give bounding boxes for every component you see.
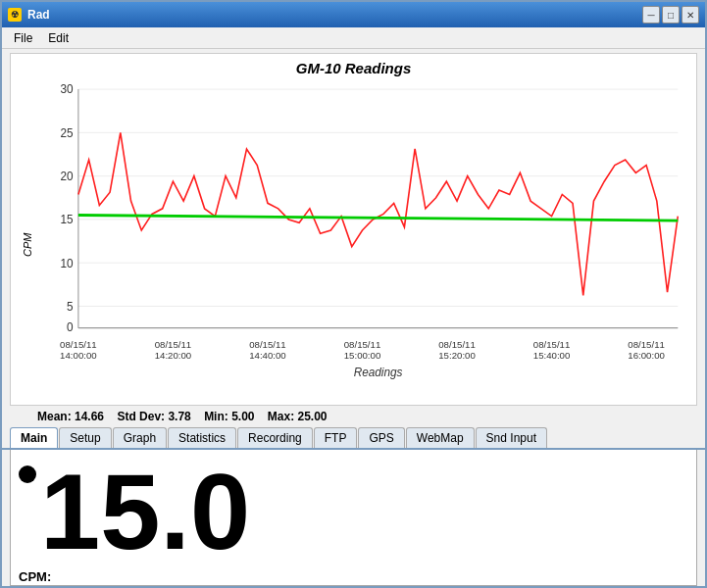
tab-ftp[interactable]: FTP xyxy=(314,427,358,448)
tabs-row: Main Setup Graph Statistics Recording FT… xyxy=(2,427,705,450)
big-reading: 15.0 xyxy=(40,458,250,565)
cpm-label: CPM: xyxy=(19,569,688,584)
tab-recording[interactable]: Recording xyxy=(237,427,313,448)
svg-text:5: 5 xyxy=(67,300,74,314)
svg-text:08/15/11: 08/15/11 xyxy=(533,338,571,349)
stats-bar: Mean: 14.66 Std Dev: 3.78 Min: 5.00 Max:… xyxy=(2,408,705,425)
svg-text:0: 0 xyxy=(67,320,74,334)
dot-indicator xyxy=(19,466,36,483)
max-label: Max: xyxy=(268,410,294,423)
std-value: 3.78 xyxy=(168,410,190,423)
svg-text:08/15/11: 08/15/11 xyxy=(155,338,192,349)
svg-text:08/15/11: 08/15/11 xyxy=(60,338,97,349)
svg-text:25: 25 xyxy=(60,126,73,140)
svg-text:08/15/11: 08/15/11 xyxy=(438,338,476,349)
chart-inner: 30 25 20 15 10 5 0 08/15/11 14:00:00 08/… xyxy=(36,78,688,382)
chart-area: GM-10 Readings CPM xyxy=(10,53,697,406)
tab-gps[interactable]: GPS xyxy=(358,427,404,448)
svg-text:14:00:00: 14:00:00 xyxy=(60,350,97,361)
svg-text:Readings: Readings xyxy=(354,366,403,379)
mean-value: 14.66 xyxy=(75,410,104,423)
svg-text:15:40:00: 15:40:00 xyxy=(533,350,571,361)
reading-row: 15.0 xyxy=(19,458,688,565)
svg-text:30: 30 xyxy=(60,82,73,96)
min-value: 5.00 xyxy=(231,410,254,423)
mean-label: Mean: xyxy=(37,410,72,423)
svg-text:08/15/11: 08/15/11 xyxy=(344,338,381,349)
menu-bar: File Edit xyxy=(2,27,705,49)
minimize-button[interactable]: ─ xyxy=(642,6,660,24)
svg-text:20: 20 xyxy=(60,170,73,183)
chart-container: CPM 30 25 xyxy=(19,78,688,382)
y-axis-label: CPM xyxy=(19,78,36,382)
chart-title: GM-10 Readings xyxy=(11,54,696,78)
menu-edit[interactable]: Edit xyxy=(40,29,76,47)
tab-graph[interactable]: Graph xyxy=(113,427,167,448)
svg-text:15:00:00: 15:00:00 xyxy=(344,350,381,361)
svg-text:14:40:00: 14:40:00 xyxy=(249,350,286,361)
app-icon: ☢ xyxy=(8,8,22,22)
svg-text:15:20:00: 15:20:00 xyxy=(438,350,476,361)
menu-file[interactable]: File xyxy=(6,29,40,47)
svg-text:14:20:00: 14:20:00 xyxy=(155,350,192,361)
svg-text:08/15/11: 08/15/11 xyxy=(628,338,665,349)
main-display: 15.0 CPM: xyxy=(11,450,696,585)
tab-sndinput[interactable]: Snd Input xyxy=(476,427,547,448)
svg-text:16:00:00: 16:00:00 xyxy=(628,350,665,361)
tab-setup[interactable]: Setup xyxy=(59,427,111,448)
title-bar: ☢ Rad ─ □ ✕ xyxy=(2,2,705,27)
svg-text:10: 10 xyxy=(60,256,73,270)
chart-svg: 30 25 20 15 10 5 0 08/15/11 14:00:00 08/… xyxy=(36,78,688,382)
std-label: Std Dev: xyxy=(117,410,165,423)
svg-text:08/15/11: 08/15/11 xyxy=(249,338,286,349)
window-title: Rad xyxy=(27,8,50,22)
tab-content: 15.0 CPM: xyxy=(10,450,697,586)
close-button[interactable]: ✕ xyxy=(682,6,699,24)
tab-main[interactable]: Main xyxy=(10,427,58,448)
title-bar-buttons: ─ □ ✕ xyxy=(642,6,699,24)
svg-text:15: 15 xyxy=(60,213,73,226)
main-window: ☢ Rad ─ □ ✕ File Edit GM-10 Readings CPM xyxy=(0,0,707,588)
tab-webmap[interactable]: WebMap xyxy=(406,427,475,448)
min-label: Min: xyxy=(204,410,228,423)
max-value: 25.00 xyxy=(298,410,328,423)
title-bar-left: ☢ Rad xyxy=(8,8,50,22)
maximize-button[interactable]: □ xyxy=(662,6,680,24)
tab-statistics[interactable]: Statistics xyxy=(168,427,236,448)
